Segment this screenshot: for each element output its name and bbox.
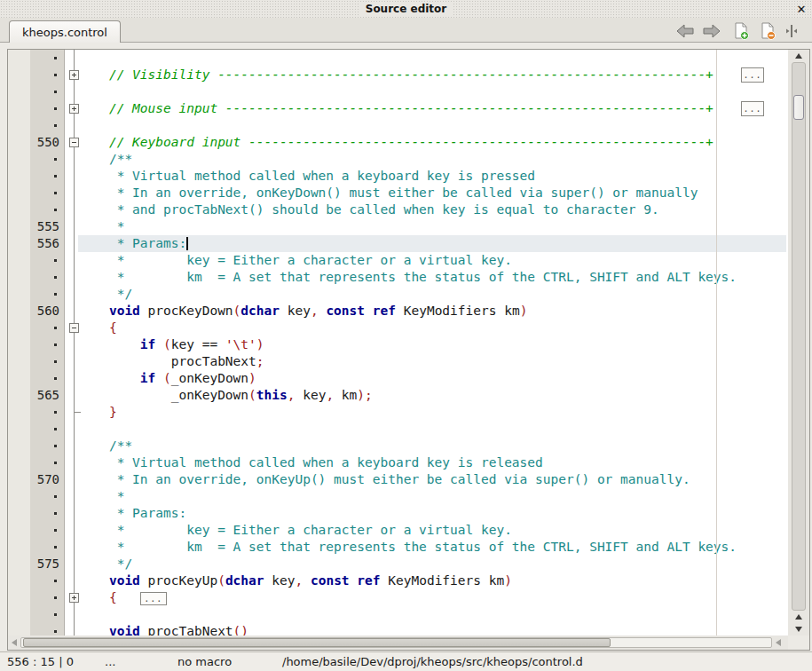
gutter-cell[interactable] <box>30 201 64 218</box>
code-line[interactable]: * key = Either a character or a virtual … <box>78 252 788 269</box>
scroll-up-button-bottom[interactable] <box>788 611 809 623</box>
code-line[interactable]: * km = A set that represents the status … <box>78 539 788 556</box>
collapsed-fold-box[interactable]: ... <box>741 101 764 116</box>
gutter-cell[interactable] <box>30 488 64 505</box>
scroll-left-button-right[interactable] <box>772 635 784 650</box>
gutter-cell[interactable]: 570 <box>30 471 64 488</box>
scroll-left-button[interactable] <box>8 635 20 650</box>
close-document-button[interactable] <box>758 22 777 40</box>
code-line[interactable]: * Params: <box>78 235 788 252</box>
code-line[interactable]: * <box>78 488 788 505</box>
code-line[interactable]: */ <box>78 286 788 303</box>
code-line[interactable]: void procTabNext() <box>78 623 788 635</box>
code-line[interactable] <box>78 83 788 100</box>
gutter-cell[interactable] <box>30 370 64 387</box>
code-line[interactable] <box>78 50 788 67</box>
gutter-cell[interactable] <box>30 572 64 589</box>
gutter-cell[interactable] <box>30 505 64 522</box>
gutter-cell[interactable] <box>30 100 64 117</box>
code-token <box>78 337 140 351</box>
code-line[interactable]: } <box>78 404 788 421</box>
code-line[interactable]: // Visibility --------------------------… <box>78 67 788 83</box>
back-button[interactable] <box>675 22 695 40</box>
code-line[interactable] <box>78 421 788 438</box>
gutter-cell[interactable] <box>30 185 64 201</box>
code-token: , <box>311 304 319 318</box>
pane-splitter-handle[interactable] <box>784 22 799 40</box>
code-area[interactable]: // Visibility --------------------------… <box>78 50 788 635</box>
gutter-cell[interactable] <box>30 252 64 269</box>
code-line[interactable]: void procKeyUp(dchar key, const ref KeyM… <box>78 572 788 589</box>
line-number-gutter[interactable]: 550555556560565570575 <box>30 50 65 635</box>
close-button[interactable]: ✕ <box>794 2 808 16</box>
gutter-cell[interactable] <box>30 269 64 286</box>
horizontal-scrollbar-thumb[interactable] <box>23 638 611 647</box>
code-line[interactable]: * In an override, onKeyDown() must eithe… <box>78 185 788 201</box>
gutter-cell[interactable]: 565 <box>30 387 64 404</box>
code-line[interactable]: { <box>78 320 788 336</box>
horizontal-scrollbar-track[interactable] <box>20 637 772 648</box>
gutter-dot <box>54 327 57 329</box>
new-document-button[interactable] <box>731 22 751 40</box>
collapsed-fold-box[interactable]: ... <box>741 67 764 83</box>
gutter-cell[interactable]: 556 <box>30 235 64 252</box>
code-line[interactable]: * <box>78 218 788 235</box>
vertical-scrollbar[interactable] <box>788 50 809 635</box>
forward-button[interactable] <box>702 22 721 40</box>
scroll-down-button[interactable] <box>788 623 809 635</box>
code-line[interactable]: procTabNext; <box>78 353 788 370</box>
gutter-cell[interactable]: 575 <box>30 556 64 572</box>
code-line[interactable]: if (_onKeyDown) <box>78 370 788 387</box>
code-token: { <box>109 320 117 335</box>
code-line[interactable] <box>78 117 788 134</box>
code-line[interactable]: if (key == '\t') <box>78 336 788 353</box>
gutter-cell[interactable] <box>30 117 64 134</box>
tab-kheops-control[interactable]: kheops.control <box>9 20 121 43</box>
code-line[interactable]: * key = Either a character or a virtual … <box>78 522 788 539</box>
gutter-cell[interactable]: 550 <box>30 134 64 151</box>
gutter-cell[interactable] <box>30 50 64 67</box>
code-line[interactable] <box>78 606 788 623</box>
gutter-cell[interactable] <box>30 421 64 438</box>
gutter-cell[interactable] <box>30 606 64 623</box>
gutter-cell[interactable] <box>30 286 64 303</box>
code-line[interactable]: {... <box>78 589 788 606</box>
vertical-scrollbar-thumb[interactable] <box>793 95 804 120</box>
bookmark-margin <box>8 50 30 635</box>
gutter-cell[interactable] <box>30 454 64 471</box>
gutter-cell[interactable] <box>30 353 64 370</box>
code-token: , <box>326 388 334 402</box>
code-line[interactable]: // Mouse input -------------------------… <box>78 100 788 117</box>
code-line[interactable]: * and procTabNext() should be called whe… <box>78 201 788 218</box>
code-line[interactable]: * Params: <box>78 505 788 522</box>
gutter-cell[interactable]: 555 <box>30 218 64 235</box>
gutter-cell[interactable] <box>30 168 64 185</box>
gutter-cell[interactable] <box>30 320 64 336</box>
gutter-cell[interactable] <box>30 336 64 353</box>
code-line[interactable]: * km = A set that represents the status … <box>78 269 788 286</box>
gutter-cell[interactable]: 560 <box>30 303 64 320</box>
code-line[interactable]: */ <box>78 556 788 572</box>
collapsed-fold-box[interactable]: ... <box>140 592 167 605</box>
document-remove-icon <box>759 22 777 40</box>
gutter-cell[interactable] <box>30 522 64 539</box>
gutter-cell[interactable] <box>30 623 64 635</box>
gutter-cell[interactable] <box>30 67 64 83</box>
vertical-scrollbar-track[interactable] <box>792 62 806 611</box>
code-line[interactable]: * Virtual method called when a keyboard … <box>78 454 788 471</box>
gutter-cell[interactable] <box>30 83 64 100</box>
horizontal-scrollbar[interactable] <box>8 635 797 650</box>
code-line[interactable]: // Keyboard input ----------------------… <box>78 134 788 151</box>
gutter-cell[interactable] <box>30 404 64 421</box>
scroll-up-button[interactable] <box>788 50 809 62</box>
code-line[interactable]: void procKeyDown(dchar key, const ref Ke… <box>78 303 788 320</box>
code-line[interactable]: * In an override, onKeyUp() must either … <box>78 471 788 488</box>
gutter-cell[interactable] <box>30 151 64 168</box>
code-line[interactable]: /** <box>78 151 788 168</box>
code-line[interactable]: _onKeyDown(this, key, km); <box>78 387 788 404</box>
gutter-cell[interactable] <box>30 539 64 556</box>
code-line[interactable]: /** <box>78 438 788 454</box>
code-line[interactable]: * Virtual method called when a keyboard … <box>78 168 788 185</box>
gutter-cell[interactable] <box>30 589 64 606</box>
gutter-cell[interactable] <box>30 438 64 454</box>
